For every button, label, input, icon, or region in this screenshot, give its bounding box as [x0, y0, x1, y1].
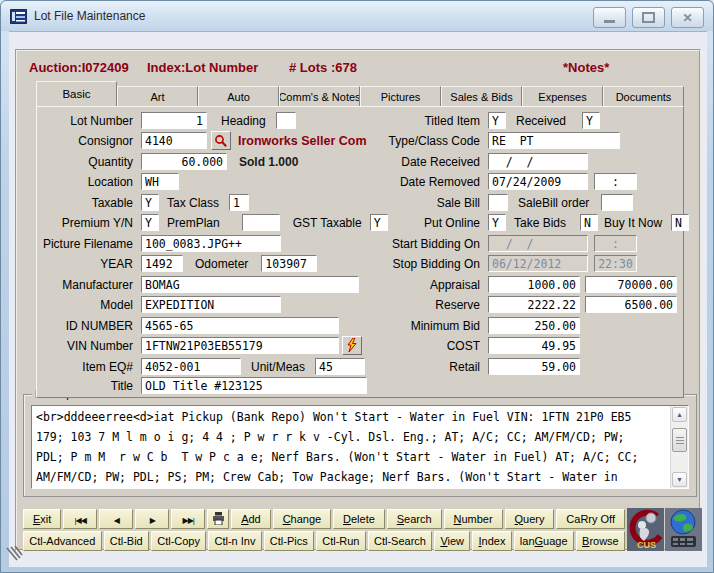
- premium-label: Premium Y/N: [37, 216, 141, 230]
- premplan-input[interactable]: [242, 214, 280, 231]
- appraisal-low-input[interactable]: [488, 276, 580, 293]
- scroll-up-button[interactable]: ▲: [672, 407, 687, 422]
- date-removed-label: Date Removed: [305, 175, 488, 189]
- exit-button[interactable]: Exit: [23, 509, 61, 529]
- appraisal-high-input[interactable]: [585, 276, 677, 293]
- stop-bidding-time-input[interactable]: [594, 255, 637, 272]
- premium-input[interactable]: [141, 214, 159, 231]
- year-input[interactable]: [141, 255, 183, 272]
- tab-art[interactable]: Art: [117, 86, 198, 106]
- tab-comm-s-notes[interactable]: Comm's & Notes: [279, 86, 360, 106]
- picture-filename-input[interactable]: [141, 235, 281, 252]
- reserve-label: Reserve: [305, 298, 488, 312]
- ctl-search-button[interactable]: Ctl-Search: [368, 531, 432, 551]
- type-class-input[interactable]: [488, 132, 620, 149]
- index-button[interactable]: Index: [472, 531, 511, 551]
- tab-pictures[interactable]: Pictures: [360, 86, 441, 106]
- consignor-lookup-button[interactable]: [211, 131, 231, 150]
- number-button[interactable]: Number: [444, 509, 503, 529]
- close-icon: ✕: [682, 12, 692, 24]
- reserve-input[interactable]: [488, 296, 580, 313]
- nav-next-button[interactable]: ▶: [135, 509, 169, 529]
- cost-row: COST: [305, 336, 580, 355]
- stop-bidding-date-input[interactable]: [488, 255, 588, 272]
- scrollbar-thumb[interactable]: [672, 428, 687, 452]
- date-received-input[interactable]: [488, 153, 588, 170]
- put-online-input[interactable]: [488, 214, 506, 231]
- ctl-n-inv-button[interactable]: Ctl-n Inv: [208, 531, 261, 551]
- delete-button[interactable]: Delete: [333, 509, 385, 529]
- view-button[interactable]: View: [434, 531, 470, 551]
- nav-prev-button[interactable]: ◀: [99, 509, 133, 529]
- cus-logo-button[interactable]: CUS: [627, 508, 664, 551]
- quantity-input[interactable]: [141, 153, 227, 170]
- type-class-label: Type/Class Code: [305, 134, 488, 148]
- tab-basic[interactable]: Basic: [36, 81, 117, 106]
- title-bar[interactable]: Lot File Maintenance ✕: [1, 1, 713, 31]
- received-input[interactable]: [582, 112, 600, 129]
- search-button[interactable]: Search: [387, 509, 442, 529]
- model-input[interactable]: [141, 296, 281, 313]
- tab-sales-bids[interactable]: Sales & Bids: [441, 86, 522, 106]
- change-button[interactable]: Change: [273, 509, 331, 529]
- id-number-label: ID NUMBER: [37, 319, 141, 333]
- query-button[interactable]: Query: [505, 509, 555, 529]
- salebill-order-input[interactable]: [601, 194, 633, 211]
- cost-label: COST: [305, 339, 488, 353]
- minimum-bid-input[interactable]: [488, 317, 580, 334]
- browse-button[interactable]: Browse: [576, 531, 625, 551]
- add-button[interactable]: Add: [231, 509, 270, 529]
- ctl-copy-button[interactable]: Ctl-Copy: [151, 531, 206, 551]
- notes-label: *Notes*: [563, 60, 609, 75]
- consignor-input[interactable]: [141, 132, 207, 149]
- ctl-bid-button[interactable]: Ctl-Bid: [104, 531, 149, 551]
- ctl-pics-button[interactable]: Ctl-Pics: [264, 531, 314, 551]
- reserve-high-input[interactable]: [585, 296, 677, 313]
- date-removed-input[interactable]: [488, 173, 588, 190]
- tab-auto[interactable]: Auto: [198, 86, 279, 106]
- heading-label: Heading: [221, 114, 266, 128]
- description-textarea[interactable]: <br>dddeeerree<d>iat Pickup (Bank Repo) …: [31, 405, 689, 489]
- button-accelerator: D: [343, 513, 351, 525]
- take-bids-input[interactable]: [580, 214, 598, 231]
- maximize-button[interactable]: [632, 7, 665, 28]
- sale-bill-input[interactable]: [488, 194, 508, 211]
- ctl-advanced-button[interactable]: Ctl-Advanced: [23, 531, 102, 551]
- resize-grip[interactable]: [5, 546, 23, 562]
- client-area: Auction:I072409 Index:Lot Number # Lots …: [9, 31, 707, 567]
- online-globe-button[interactable]: [665, 508, 702, 551]
- tab-page-basic: Lot Number Heading Consignor Ironworks S…: [36, 106, 684, 398]
- title-input[interactable]: [141, 377, 367, 394]
- time-removed-input[interactable]: [594, 173, 637, 190]
- retail-input[interactable]: [488, 358, 580, 375]
- nav-last-button[interactable]: ▶▶|: [171, 509, 205, 529]
- description-scrollbar[interactable]: ▲ ▼: [670, 406, 688, 488]
- ctl-run-button[interactable]: Ctl-Run: [316, 531, 366, 551]
- button-accelerator: A: [241, 513, 248, 525]
- take-bids-label: Take Bids: [514, 216, 566, 230]
- taxable-input[interactable]: [141, 194, 159, 211]
- item-eq-input[interactable]: [141, 358, 241, 375]
- start-bidding-date-input[interactable]: [488, 235, 588, 252]
- toolbar-row-2: Ctl-AdvancedCtl-BidCtl-CopyCtl-n InvCtl-…: [23, 531, 625, 551]
- close-button[interactable]: ✕: [671, 7, 704, 28]
- print-button[interactable]: [207, 509, 229, 529]
- tax-class-input[interactable]: [229, 194, 249, 211]
- scroll-down-button[interactable]: ▼: [672, 472, 687, 487]
- location-input[interactable]: [141, 173, 179, 190]
- start-bidding-time-input[interactable]: [594, 235, 637, 252]
- lot-number-label: Lot Number: [37, 114, 141, 128]
- minimize-button[interactable]: [593, 7, 626, 28]
- nav-first-button[interactable]: |◀◀: [63, 509, 97, 529]
- model-row: Model: [37, 295, 281, 314]
- heading-input[interactable]: [276, 112, 296, 129]
- button-label: Ctl-Run: [322, 535, 359, 547]
- carry-off-button[interactable]: CaRry Off: [556, 509, 625, 529]
- lot-number-input[interactable]: [141, 112, 207, 129]
- cost-input[interactable]: [488, 337, 580, 354]
- buy-it-now-input[interactable]: [671, 214, 689, 231]
- tab-expenses[interactable]: Expenses: [522, 86, 603, 106]
- language-button[interactable]: lanGuage: [514, 531, 574, 551]
- titled-item-input[interactable]: [488, 112, 506, 129]
- tab-documents[interactable]: Documents: [603, 86, 684, 106]
